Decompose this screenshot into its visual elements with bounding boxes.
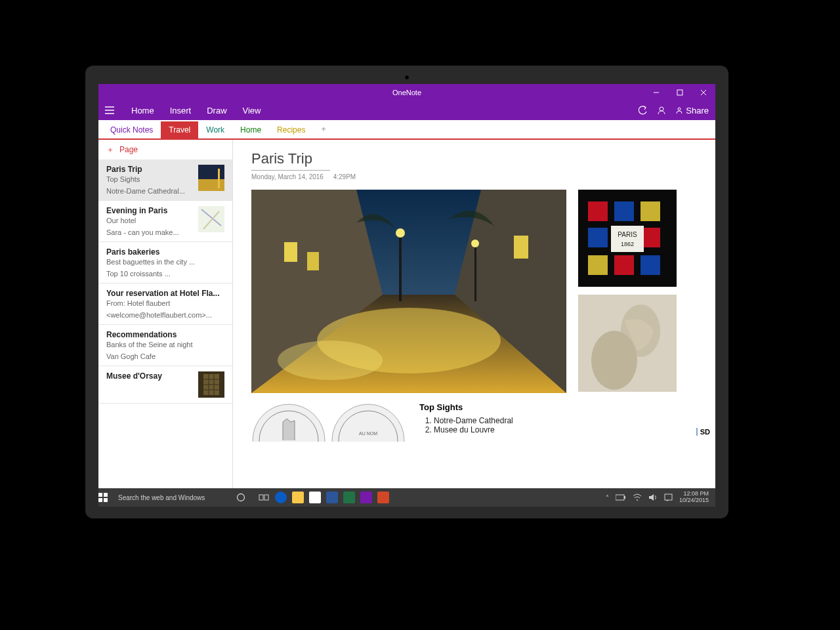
- notifications-icon[interactable]: [664, 494, 673, 502]
- svg-rect-64: [665, 494, 672, 500]
- note-images: PARIS 1862: [251, 190, 697, 393]
- page-sub2: <welcome@hotelflaubert.com>...: [106, 311, 224, 319]
- ribbon: Home Insert Draw View Share: [98, 100, 715, 120]
- page-sub: Banks of the Seine at night: [106, 341, 224, 348]
- sight-item: Musee du Louvre: [434, 425, 697, 434]
- svg-rect-58: [259, 495, 263, 500]
- svg-point-32: [396, 228, 405, 238]
- svg-rect-43: [614, 255, 634, 275]
- ribbon-tab-insert[interactable]: Insert: [170, 106, 192, 116]
- svg-point-57: [238, 494, 245, 501]
- powerpoint-icon[interactable]: [377, 491, 390, 504]
- page-sub: Our hotel: [106, 217, 193, 224]
- close-button[interactable]: [692, 84, 715, 100]
- page-list: ＋ Page Paris Trip Top Sights Notre-Dame …: [98, 140, 233, 488]
- store-icon[interactable]: [308, 491, 322, 504]
- add-page-button[interactable]: ＋ Page: [98, 140, 232, 159]
- svg-point-7: [660, 107, 663, 111]
- excel-icon[interactable]: [343, 491, 356, 504]
- section-tab-home[interactable]: Home: [232, 121, 269, 138]
- camera-dot: [404, 75, 410, 80]
- maximize-button[interactable]: [668, 84, 692, 100]
- note-title[interactable]: Paris Trip: [251, 150, 330, 171]
- start-button[interactable]: [98, 493, 118, 502]
- svg-rect-41: [611, 226, 644, 252]
- svg-rect-60: [616, 495, 624, 500]
- ribbon-tab-draw[interactable]: Draw: [207, 106, 226, 116]
- app-title: OneNote: [392, 89, 421, 96]
- page-sub2: Van Gogh Cafe: [106, 352, 224, 360]
- svg-rect-59: [264, 495, 268, 500]
- page-title: Musee d'Orsay: [106, 371, 193, 381]
- main-photo[interactable]: [251, 190, 566, 393]
- top-sights[interactable]: Top Sights Notre-Dame Cathedral Musee du…: [419, 402, 697, 434]
- svg-rect-42: [588, 255, 608, 275]
- page-title: Your reservation at Hotel Fla...: [106, 289, 224, 298]
- page-sub: Best baguettes in the city ...: [106, 258, 224, 266]
- page-sub2: Top 10 croissants ...: [106, 270, 224, 278]
- stained-glass-photo[interactable]: PARIS 1862: [578, 190, 677, 287]
- file-explorer-icon[interactable]: [291, 491, 304, 504]
- clock[interactable]: 12:08 PM 10/24/2015: [679, 491, 709, 504]
- volume-icon[interactable]: [648, 494, 658, 501]
- page-thumbnail: [198, 165, 224, 191]
- ribbon-tab-view[interactable]: View: [243, 106, 261, 116]
- page-item-evening-in-paris[interactable]: Evening in Paris Our hotel Sara - can yo…: [98, 201, 232, 242]
- section-tab-quick-notes[interactable]: Quick Notes: [102, 121, 161, 138]
- page-sub2: Sara - can you make...: [106, 228, 193, 236]
- page-item-paris-bakeries[interactable]: Paris bakeries Best baguettes in the cit…: [98, 242, 232, 284]
- word-icon[interactable]: [326, 491, 339, 504]
- sculpture-photo[interactable]: [578, 295, 677, 392]
- undo-icon[interactable]: [639, 106, 648, 115]
- svg-point-34: [471, 240, 479, 247]
- battery-icon[interactable]: [616, 494, 626, 501]
- page-item-musee-dorsay[interactable]: Musee d'Orsay: [98, 366, 232, 404]
- share-button[interactable]: Share: [675, 106, 709, 116]
- svg-rect-29: [307, 252, 319, 270]
- svg-rect-44: [640, 255, 660, 275]
- search-input[interactable]: Search the web and Windows: [118, 494, 236, 501]
- section-tab-work[interactable]: Work: [198, 121, 232, 138]
- wifi-icon[interactable]: [633, 494, 642, 501]
- page-sub: From: Hotel flaubert: [106, 299, 224, 307]
- note-canvas[interactable]: Paris Trip Monday, March 14, 2016 4:29PM: [233, 140, 715, 488]
- page-item-reservation[interactable]: Your reservation at Hotel Fla... From: H…: [98, 284, 232, 325]
- svg-rect-31: [399, 236, 402, 301]
- plus-icon: ＋: [106, 144, 114, 156]
- svg-point-47: [591, 331, 637, 390]
- svg-rect-55: [98, 498, 102, 502]
- work-area: ＋ Page Paris Trip Top Sights Notre-Dame …: [98, 140, 715, 488]
- svg-text:AU NOM: AU NOM: [359, 431, 377, 436]
- hamburger-icon[interactable]: [105, 106, 121, 114]
- edge-icon[interactable]: [274, 491, 287, 504]
- svg-point-62: [637, 499, 638, 501]
- author-badge: SD: [696, 428, 710, 436]
- svg-rect-56: [104, 498, 108, 502]
- share-label: Share: [686, 106, 709, 116]
- svg-point-8: [678, 108, 681, 110]
- screen: OneNote Home Insert Draw: [98, 84, 715, 507]
- add-section-button[interactable]: ＋: [313, 119, 334, 138]
- minimize-button[interactable]: [644, 84, 668, 100]
- bottom-content: AU NOM Top Sights Notre-Dame Cathedral M…: [251, 402, 697, 442]
- svg-marker-63: [649, 494, 654, 501]
- cortana-icon[interactable]: [236, 493, 251, 502]
- svg-rect-36: [588, 201, 608, 221]
- section-tab-travel[interactable]: Travel: [161, 121, 198, 138]
- ribbon-tab-home[interactable]: Home: [131, 106, 154, 116]
- section-tab-recipes[interactable]: Recipes: [269, 121, 313, 138]
- coin-images[interactable]: AU NOM: [251, 402, 406, 442]
- svg-rect-30: [514, 236, 528, 259]
- page-item-recommendations[interactable]: Recommendations Banks of the Seine at ni…: [98, 325, 232, 366]
- account-icon[interactable]: [657, 106, 666, 115]
- page-item-paris-trip[interactable]: Paris Trip Top Sights Notre-Dame Cathedr…: [98, 159, 232, 201]
- svg-rect-53: [98, 493, 102, 497]
- page-sub2: Notre-Dame Cathedral...: [106, 187, 193, 195]
- onenote-icon[interactable]: [360, 491, 373, 504]
- note-timestamp: Monday, March 14, 2016 4:29PM: [251, 173, 697, 180]
- tray-chevron-icon[interactable]: ˄: [606, 494, 609, 501]
- svg-marker-65: [667, 500, 669, 501]
- task-view-icon[interactable]: [257, 491, 270, 504]
- section-tabs: Quick Notes Travel Work Home Recipes ＋: [98, 120, 715, 140]
- svg-point-50: [332, 404, 404, 442]
